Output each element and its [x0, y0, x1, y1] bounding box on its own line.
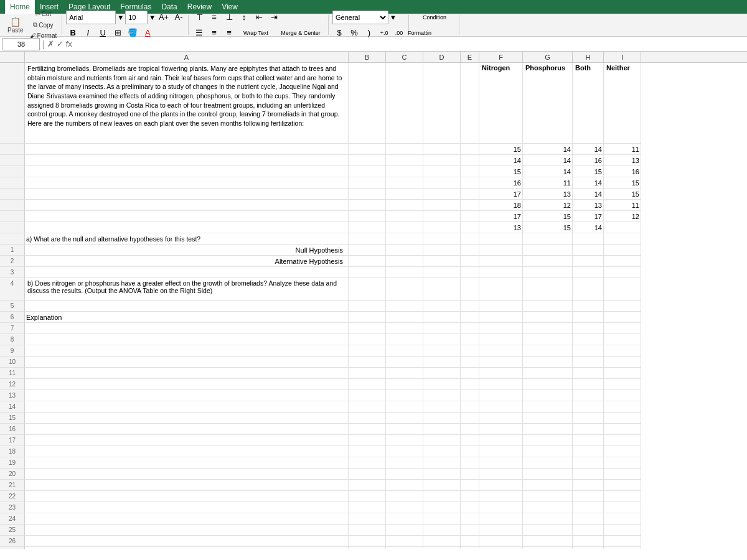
cell-a[interactable]	[25, 222, 349, 233]
cell-i[interactable]	[604, 513, 641, 525]
cell-g[interactable]	[523, 357, 573, 368]
cell-c[interactable]	[386, 267, 423, 278]
cell-a[interactable]	[25, 211, 349, 222]
cell-i[interactable]: 12	[604, 211, 641, 222]
cell-c[interactable]	[386, 301, 423, 312]
cell-c[interactable]	[386, 368, 423, 379]
cell-e[interactable]	[461, 323, 479, 334]
cell-f[interactable]	[479, 446, 523, 457]
cell-e[interactable]	[461, 334, 479, 345]
cell-c[interactable]	[386, 457, 423, 469]
cell-i[interactable]	[604, 469, 641, 480]
cell-h[interactable]	[573, 480, 604, 491]
cell-h[interactable]: 14	[573, 177, 604, 189]
cell-e[interactable]	[461, 525, 479, 536]
cell-g[interactable]	[523, 233, 573, 245]
cell-i[interactable]	[604, 256, 641, 267]
cell-b[interactable]	[349, 469, 386, 480]
cell-b[interactable]	[349, 189, 386, 200]
cell-g[interactable]	[523, 301, 573, 312]
cell-a[interactable]	[25, 446, 349, 457]
cell-d[interactable]	[423, 312, 461, 323]
cell-c[interactable]	[386, 189, 423, 200]
cell-b[interactable]	[349, 357, 386, 368]
cell-a[interactable]	[25, 267, 349, 278]
cell-h[interactable]	[573, 357, 604, 368]
cell-d[interactable]	[423, 256, 461, 267]
cell-i[interactable]: 15	[604, 189, 641, 200]
cell-d[interactable]	[423, 177, 461, 189]
cell-a[interactable]	[25, 390, 349, 401]
cell-g[interactable]	[523, 513, 573, 525]
cell-f[interactable]	[479, 536, 523, 547]
cell-e[interactable]	[461, 245, 479, 256]
cell-f[interactable]	[479, 424, 523, 435]
cell-i[interactable]	[604, 222, 641, 233]
cell-h[interactable]	[573, 424, 604, 435]
cell-g[interactable]	[523, 457, 573, 469]
cell-c[interactable]	[386, 390, 423, 401]
cell-a[interactable]	[25, 502, 349, 513]
cell-e[interactable]	[461, 345, 479, 357]
col-header-b[interactable]: B	[349, 52, 386, 62]
cell-i[interactable]	[604, 233, 641, 245]
cell-g[interactable]	[523, 502, 573, 513]
cell-b[interactable]	[349, 457, 386, 469]
cell-h[interactable]	[573, 312, 604, 323]
cell-i[interactable]	[604, 547, 641, 549]
cell-g[interactable]	[523, 368, 573, 379]
cell-b[interactable]	[349, 256, 386, 267]
cell-f[interactable]	[479, 401, 523, 413]
cell-c[interactable]	[386, 345, 423, 357]
cell-c[interactable]	[386, 233, 423, 245]
col-header-e[interactable]: E	[461, 52, 479, 62]
cell-g[interactable]: 15	[523, 222, 573, 233]
cell-e[interactable]	[461, 457, 479, 469]
cell-g[interactable]	[523, 424, 573, 435]
cell-e[interactable]	[461, 357, 479, 368]
cell-f[interactable]	[479, 457, 523, 469]
cell-g[interactable]: 11	[523, 177, 573, 189]
cell-f[interactable]: 13	[479, 222, 523, 233]
cell-h[interactable]	[573, 278, 604, 301]
cell-b[interactable]	[349, 177, 386, 189]
copy-button[interactable]: ⧉ Copy	[27, 20, 60, 30]
cell-g[interactable]	[523, 435, 573, 446]
cell-null-label[interactable]: Null Hypothesis	[25, 245, 349, 256]
cell-b[interactable]	[349, 323, 386, 334]
cell-h[interactable]	[573, 536, 604, 547]
cell-c[interactable]	[386, 312, 423, 323]
cell-d[interactable]	[423, 379, 461, 390]
formula-input[interactable]	[75, 38, 745, 50]
cell-f[interactable]: 18	[479, 200, 523, 211]
cell-i[interactable]	[604, 502, 641, 513]
cell-d[interactable]	[423, 301, 461, 312]
cell-i-header[interactable]: Neither	[604, 63, 641, 144]
confirm-icon[interactable]: ✓	[57, 39, 63, 49]
cell-e[interactable]	[461, 435, 479, 446]
cell-i[interactable]	[604, 457, 641, 469]
cell-e[interactable]	[461, 312, 479, 323]
cell-e[interactable]	[461, 413, 479, 424]
cell-b[interactable]	[349, 334, 386, 345]
cell-a[interactable]	[25, 155, 349, 166]
cell-i[interactable]	[604, 401, 641, 413]
cell-b[interactable]	[349, 480, 386, 491]
cell-c[interactable]	[386, 446, 423, 457]
cell-e[interactable]	[461, 368, 479, 379]
cell-e[interactable]	[461, 379, 479, 390]
cell-b[interactable]	[349, 267, 386, 278]
cell-e[interactable]	[461, 502, 479, 513]
cell-a[interactable]	[25, 480, 349, 491]
cell-h[interactable]	[573, 457, 604, 469]
cell-e[interactable]	[461, 267, 479, 278]
cell-e[interactable]	[461, 177, 479, 189]
cell-a[interactable]	[25, 189, 349, 200]
cell-i[interactable]	[604, 424, 641, 435]
cell-i[interactable]	[604, 435, 641, 446]
cell-f[interactable]: 14	[479, 155, 523, 166]
cell-a1[interactable]: Fertilizing bromeliads. Bromeliads are t…	[25, 63, 349, 144]
cell-i[interactable]	[604, 267, 641, 278]
cell-h[interactable]	[573, 525, 604, 536]
cell-g[interactable]	[523, 469, 573, 480]
